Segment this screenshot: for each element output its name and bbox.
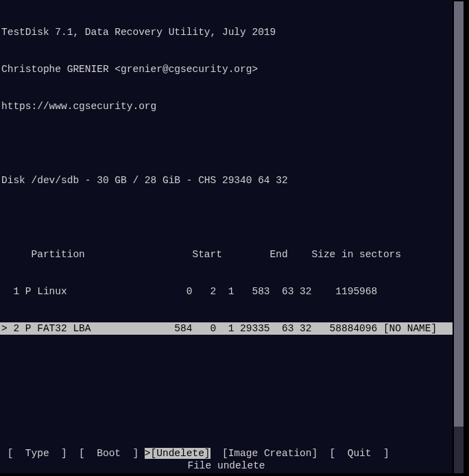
status-line: File undelete <box>0 460 453 472</box>
author-line: Christophe GRENIER <grenier@cgsecurity.o… <box>0 63 453 75</box>
blank-line <box>0 137 453 150</box>
scrollbar[interactable] <box>454 1 464 473</box>
scrollbar-thumb[interactable] <box>454 1 464 427</box>
column-headers: Partition Start End Size in sectors <box>0 248 453 261</box>
terminal-window: TestDisk 7.1, Data Recovery Utility, Jul… <box>0 0 453 473</box>
menu-bar: [ Type ] [ Boot ] >[Undelete] [Image Cre… <box>0 447 453 460</box>
disk-info: Disk /dev/sdb - 30 GB / 28 GiB - CHS 293… <box>0 174 453 187</box>
menu-image-quit[interactable]: [Image Creation] [ Quit ] <box>211 448 389 459</box>
partition-row[interactable]: 1 P Linux 0 2 1 583 63 32 1195968 <box>0 285 453 298</box>
blank-line <box>0 211 453 224</box>
menu-type-boot[interactable]: [ Type ] [ Boot ] <box>1 448 145 459</box>
menu-undelete-selected[interactable]: >[Undelete] <box>145 448 211 459</box>
url-line: https://www.cgsecurity.org <box>0 100 453 112</box>
partition-row-selected[interactable]: > 2 P FAT32 LBA 584 0 1 29335 63 32 5888… <box>0 322 453 335</box>
app-title: TestDisk 7.1, Data Recovery Utility, Jul… <box>0 26 453 38</box>
